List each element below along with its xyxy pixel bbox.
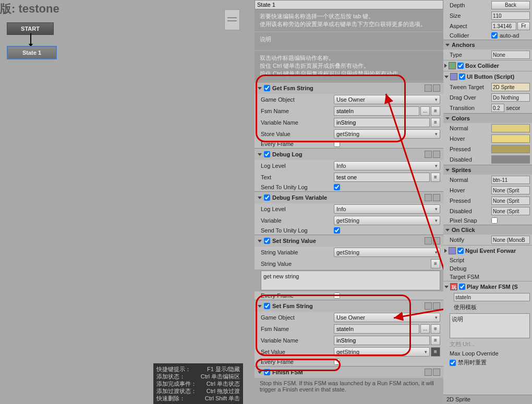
help-icon[interactable] — [425, 151, 432, 158]
menu-button[interactable]: ≡ — [431, 347, 440, 357]
fsm-name-input[interactable] — [334, 106, 419, 116]
panel-handle-icon[interactable] — [224, 9, 240, 30]
help-icon[interactable] — [425, 194, 432, 201]
foldout-icon[interactable] — [258, 371, 262, 374]
gear-icon[interactable] — [433, 84, 440, 92]
action-header[interactable]: Set String Value — [255, 235, 443, 247]
menu-button[interactable]: ≡ — [431, 324, 440, 334]
action-header[interactable]: Set Fsm String — [255, 300, 443, 312]
unity-log-checkbox[interactable] — [334, 184, 340, 190]
aspect-input[interactable]: 1.34146 — [491, 22, 516, 30]
browse-button[interactable]: ... — [420, 106, 430, 116]
help-icon[interactable] — [425, 369, 432, 376]
foldout-icon[interactable] — [445, 117, 450, 120]
color-pressed[interactable] — [491, 145, 530, 153]
reset-checkbox[interactable] — [450, 360, 456, 366]
fsm-name-input[interactable] — [334, 324, 419, 334]
enable-checkbox[interactable] — [264, 303, 270, 309]
unity-log-checkbox[interactable] — [334, 227, 340, 234]
gear-icon[interactable] — [433, 369, 440, 376]
variable-dropdown[interactable]: getString — [334, 216, 440, 225]
state-name-input[interactable] — [255, 0, 443, 9]
foldout-icon[interactable] — [258, 240, 262, 242]
gear-icon[interactable] — [433, 194, 440, 201]
tween-target-field[interactable]: 2D Sprite — [491, 83, 530, 91]
string-value-textarea[interactable]: get new string — [261, 271, 440, 290]
component-checkbox[interactable] — [457, 63, 464, 69]
color-disabled[interactable] — [491, 155, 530, 164]
set-value-dropdown[interactable]: getString — [334, 347, 430, 357]
foldout-icon[interactable] — [445, 229, 450, 231]
fsm-name-field[interactable]: stateIn — [454, 293, 530, 301]
variable-name-input[interactable] — [334, 336, 430, 345]
every-frame-checkbox[interactable] — [334, 292, 340, 299]
fsm-description[interactable]: 说明 — [450, 313, 530, 338]
foldout-icon[interactable] — [258, 197, 262, 199]
component-ngui-forwarder[interactable]: Ngui Event Forwar — [443, 245, 532, 256]
foldout-icon[interactable] — [258, 305, 262, 308]
enable-checkbox[interactable] — [264, 238, 270, 244]
gear-icon[interactable] — [433, 237, 440, 244]
store-value-dropdown[interactable]: getString — [334, 129, 440, 139]
size-input[interactable]: 110 — [491, 11, 530, 20]
browse-button[interactable]: ... — [420, 324, 430, 334]
component-checkbox[interactable] — [457, 248, 464, 254]
action-header[interactable]: Get Fsm String — [255, 82, 443, 94]
gear-icon[interactable] — [433, 302, 440, 310]
menu-button[interactable]: ≡ — [431, 336, 440, 345]
help-icon[interactable] — [425, 84, 432, 92]
enable-checkbox[interactable] — [264, 85, 270, 91]
color-hover[interactable] — [491, 134, 530, 143]
log-level-dropdown[interactable]: Info — [334, 204, 440, 214]
menu-button[interactable]: ≡ — [431, 173, 440, 182]
description-box[interactable]: 说明 — [255, 32, 443, 50]
notify-field[interactable]: None (MonoB — [491, 236, 530, 244]
node-state1[interactable]: State 1 — [7, 46, 57, 59]
anchor-type-dropdown[interactable]: None — [491, 51, 530, 59]
transition-input[interactable]: 0.2 — [491, 104, 504, 112]
enable-checkbox[interactable] — [264, 194, 270, 201]
menu-button[interactable]: ≡ — [431, 106, 440, 116]
collider-checkbox[interactable] — [491, 32, 498, 39]
foldout-icon[interactable] — [444, 249, 447, 253]
every-frame-checkbox[interactable] — [334, 359, 340, 365]
pixel-snap-checkbox[interactable] — [491, 217, 498, 224]
string-variable-dropdown[interactable]: getString — [334, 248, 440, 257]
sprite-normal[interactable]: btn-11 — [491, 176, 530, 184]
drag-over-dropdown[interactable]: Do Nothing — [491, 93, 530, 102]
sprite-hover[interactable]: None (Sprit — [491, 186, 530, 194]
component-checkbox[interactable] — [459, 74, 465, 80]
help-icon[interactable] — [425, 302, 432, 310]
text-input[interactable] — [334, 173, 430, 182]
foldout-icon[interactable] — [258, 87, 262, 90]
component-box-collider[interactable]: Box Collider — [443, 60, 532, 71]
enable-checkbox[interactable] — [264, 369, 270, 375]
menu-button[interactable]: ≡ — [431, 259, 440, 268]
foldout-icon[interactable] — [445, 169, 450, 172]
component-ui-button[interactable]: UI Button (Script) — [443, 71, 532, 82]
action-header[interactable]: Debug Log — [255, 149, 443, 160]
every-frame-checkbox[interactable] — [334, 141, 340, 147]
help-icon[interactable] — [425, 237, 432, 244]
sprite-disabled[interactable]: None (Sprit — [491, 207, 530, 215]
component-playmaker-fsm[interactable]: 玩Play Maker FSM (S — [443, 281, 532, 292]
foldout-icon[interactable] — [258, 153, 262, 156]
aspect-button[interactable]: Fr — [517, 22, 530, 30]
action-header[interactable]: Debug Fsm Variable — [255, 192, 443, 203]
menu-button[interactable]: ≡ — [431, 118, 440, 127]
depth-back-button[interactable]: Back — [491, 1, 530, 9]
foldout-icon[interactable] — [445, 44, 450, 46]
game-object-dropdown[interactable]: Use Owner — [334, 95, 440, 104]
variable-name-input[interactable] — [334, 118, 430, 127]
sprite-pressed[interactable]: None (Sprit — [491, 197, 530, 205]
action-header[interactable]: Finish FSM — [255, 366, 443, 378]
foldout-icon[interactable] — [444, 64, 447, 68]
enable-checkbox[interactable] — [264, 151, 270, 157]
foldout-icon[interactable] — [444, 76, 449, 78]
game-object-dropdown[interactable]: Use Owner — [334, 313, 440, 322]
foldout-icon[interactable] — [444, 286, 449, 288]
color-normal[interactable] — [491, 124, 530, 132]
component-checkbox[interactable] — [459, 284, 465, 290]
log-level-dropdown[interactable]: Info — [334, 161, 440, 170]
gear-icon[interactable] — [433, 151, 440, 158]
